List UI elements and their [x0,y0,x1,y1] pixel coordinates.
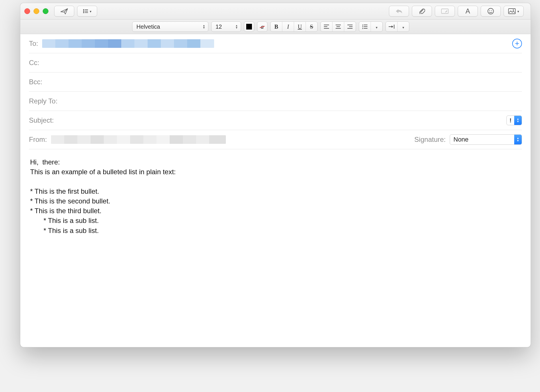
message-body[interactable]: Hi, there: This is an example of a bulle… [20,149,531,244]
from-select[interactable] [51,135,414,144]
send-button[interactable] [54,6,74,17]
window-controls [24,8,48,14]
reply-icon [395,8,403,14]
reply-to-label: Reply To: [29,97,58,105]
list-style-button[interactable] [359,22,371,32]
indent-menu[interactable] [398,22,409,32]
signature-label: Signature: [414,136,446,144]
bulleted-list-icon [362,25,367,29]
stepper-icon: ▲▼ [235,24,238,29]
to-input[interactable] [42,39,512,48]
format-toolbar: Helvetica ▲▼ 12 ▲▼ a B I U S [20,19,531,34]
stepper-icon: ▲▼ [514,135,522,144]
font-family-value: Helvetica [136,23,160,30]
add-contact-button[interactable] [512,39,522,48]
header-fields: To: Cc: Bcc: Reply To: Subject: ! ▲▼ [20,34,531,149]
no-background-icon: a [261,23,264,30]
paperclip-icon [419,8,425,15]
photo-browser-icon [508,8,519,14]
svg-point-8 [489,10,490,11]
svg-rect-10 [508,9,515,14]
list-group [359,21,383,32]
indent-icon [389,25,394,29]
background-color-button[interactable]: a [257,21,267,32]
attach-button[interactable] [412,6,432,17]
emoji-icon [487,8,494,15]
align-center-button[interactable] [332,22,344,32]
photo-browser-button[interactable] [504,6,524,17]
compose-window: A Helvetica ▲▼ 12 ▲▼ a [20,3,531,347]
chevron-down-icon [402,23,404,30]
underline-button[interactable]: U [294,22,306,32]
align-left-icon [324,25,329,29]
send-icon [60,8,68,14]
from-field-row: From: Signature: None ▲▼ [29,130,522,149]
align-right-icon [347,25,353,29]
align-center-icon [336,25,341,29]
svg-point-0 [83,9,84,10]
font-family-select[interactable]: Helvetica ▲▼ [132,21,208,32]
chevron-down-icon [376,23,377,30]
emoji-button[interactable] [481,6,501,17]
svg-point-11 [513,9,514,11]
reply-button[interactable] [389,6,409,17]
bcc-field-row: Bcc: [29,72,522,92]
cc-field-row: Cc: [29,53,522,72]
to-recipient-pill[interactable] [42,39,214,48]
text-color-button[interactable] [244,21,254,32]
priority-marker: ! [507,117,514,124]
to-label: To: [29,40,38,48]
italic-button[interactable]: I [282,22,294,32]
strikethrough-button[interactable]: S [306,22,317,32]
signature-group: Signature: None ▲▼ [414,134,522,145]
titlebar: A [20,3,531,19]
bold-button[interactable]: B [271,22,282,32]
text-color-swatch [246,24,252,30]
svg-point-9 [491,10,492,11]
list-style-menu[interactable] [371,22,382,32]
signature-select[interactable]: None ▲▼ [450,134,522,145]
markup-icon [441,8,449,14]
svg-rect-6 [441,9,448,13]
svg-point-2 [83,11,84,11]
alignment-group [320,21,356,32]
header-fields-button[interactable] [77,6,97,17]
indent-button[interactable] [386,22,398,32]
zoom-window-button[interactable] [43,8,48,14]
minimize-window-button[interactable] [34,8,39,14]
header-fields-icon [83,9,91,14]
stepper-icon: ▲▼ [514,116,522,125]
priority-select[interactable]: ! ▲▼ [506,115,522,125]
markup-button[interactable] [435,6,455,17]
indent-group [386,21,409,32]
close-window-button[interactable] [24,8,30,14]
align-left-button[interactable] [321,22,332,32]
format-button[interactable]: A [458,6,478,17]
subject-field-row: Subject: ! ▲▼ [29,111,522,130]
subject-label: Subject: [29,116,54,124]
svg-point-4 [83,12,84,13]
text-style-group: B I U S [270,21,318,32]
font-size-select[interactable]: 12 ▲▼ [211,21,241,32]
to-field-row: To: [29,34,522,53]
format-icon: A [465,7,470,15]
from-value-redacted [51,135,226,144]
from-label: From: [29,136,47,144]
align-right-button[interactable] [344,22,356,32]
svg-point-7 [488,8,494,14]
signature-value: None [450,136,514,143]
font-size-value: 12 [216,23,222,30]
stepper-icon: ▲▼ [203,24,205,29]
reply-to-field-row: Reply To: [29,92,522,111]
cc-label: Cc: [29,59,39,67]
bcc-label: Bcc: [29,78,42,86]
